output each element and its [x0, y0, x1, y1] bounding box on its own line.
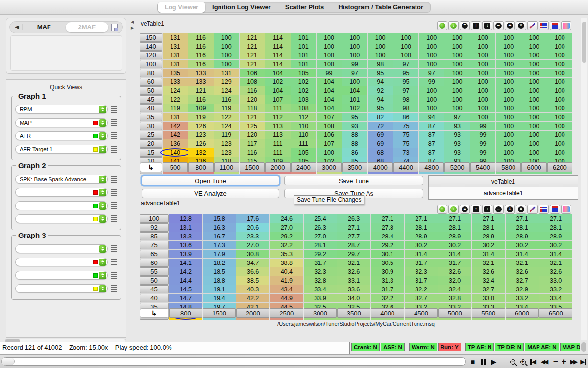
table-cell[interactable]: 16.7 [203, 232, 236, 240]
table-cell[interactable]: 93 [444, 139, 469, 148]
table-cell[interactable]: 100 [521, 131, 546, 139]
table-cell[interactable]: 32.8 [304, 276, 337, 285]
table-cell[interactable]: 111 [265, 139, 290, 148]
table-cell[interactable]: 100 [496, 86, 521, 95]
table-cell[interactable]: 100 [214, 42, 239, 51]
table-cell[interactable]: 116 [188, 95, 213, 104]
row-header[interactable]: 120 [140, 51, 162, 59]
table-cell[interactable]: 100 [521, 78, 546, 86]
table-cell[interactable]: 27.0 [304, 232, 337, 240]
table-cell[interactable]: 100 [419, 60, 444, 68]
table-cell[interactable]: 131 [163, 42, 188, 51]
back-arrow-icon[interactable]: ◀ [12, 24, 23, 30]
decrement-icon[interactable]: − [493, 205, 504, 214]
table-cell[interactable]: 94 [368, 95, 393, 104]
table-cell[interactable]: 100 [547, 122, 572, 130]
channel-combo[interactable]: AFR Target 1 [15, 145, 108, 154]
table-cell[interactable]: 99 [470, 148, 495, 157]
table-cell[interactable]: 30.1 [371, 250, 404, 258]
table-cell[interactable]: 19.4 [203, 294, 236, 302]
row-header[interactable]: 40 [140, 294, 169, 302]
table-cell[interactable]: 23.3 [236, 232, 270, 240]
table-cell[interactable]: 101 [291, 33, 316, 42]
table-cell[interactable]: 28.9 [405, 232, 438, 240]
table-cell[interactable]: 131 [214, 69, 239, 77]
table-cell[interactable]: 69 [368, 131, 393, 139]
table-cell[interactable]: 126 [188, 139, 213, 148]
table-cell[interactable]: 104 [342, 86, 367, 95]
table-selector-advancetable[interactable]: advanceTable1 [429, 187, 578, 199]
table-cell[interactable]: 28.9 [539, 232, 572, 240]
x-axis-cell[interactable]: 1500 [203, 308, 236, 318]
table-cell[interactable]: 20.6 [236, 223, 270, 232]
table-cell[interactable]: 32.2 [405, 285, 438, 293]
table-cell[interactable]: 124 [163, 86, 188, 95]
table-cell[interactable]: 100 [368, 33, 393, 42]
table-cell[interactable]: 75 [393, 122, 418, 130]
table-cell[interactable]: 99 [419, 78, 444, 86]
row-header[interactable]: 100 [140, 214, 169, 223]
table-cell[interactable]: 30.8 [236, 250, 270, 258]
channel-combo[interactable]: RPM [15, 105, 108, 114]
interpolate-columns-icon[interactable] [550, 21, 560, 30]
table-cell[interactable]: 86 [342, 148, 367, 157]
table-cell[interactable]: 140 [163, 148, 188, 157]
table-cell[interactable]: 100 [470, 42, 495, 51]
table-cell[interactable]: 100 [214, 33, 239, 42]
table-cell[interactable]: 14.5 [169, 285, 202, 293]
x-axis-cell[interactable]: 800 [188, 162, 213, 172]
x-axis-cell[interactable]: 2400 [291, 162, 316, 172]
table-cell[interactable]: 27.1 [371, 214, 404, 223]
table-cell[interactable]: 99 [342, 60, 367, 68]
table-cell[interactable]: 107 [317, 139, 342, 148]
interpolate-rows-icon[interactable] [539, 205, 549, 214]
table-cell[interactable]: 100 [214, 60, 239, 68]
table-cell[interactable]: 100 [496, 104, 521, 112]
row-header[interactable]: 60 [140, 78, 162, 86]
table-cell[interactable]: 28.9 [472, 232, 505, 240]
table-cell[interactable]: 27.1 [438, 214, 471, 223]
table-cell[interactable]: 100 [547, 33, 572, 42]
table-selector-vetable[interactable]: veTable1 [429, 176, 578, 187]
table-cell[interactable]: 100 [521, 139, 546, 148]
table-cell[interactable]: 92 [368, 86, 393, 95]
table-cell[interactable]: 99 [470, 139, 495, 148]
table-cell[interactable]: 13.1 [169, 223, 202, 232]
table-cell[interactable]: 99 [470, 131, 495, 139]
table-cell[interactable]: 73 [393, 148, 418, 157]
stepper-icon[interactable] [99, 106, 106, 113]
row-header[interactable]: 50 [140, 276, 169, 285]
table-cell[interactable]: 111 [265, 104, 290, 112]
menu-icon[interactable] [111, 202, 117, 209]
table-cell[interactable]: 97 [342, 69, 367, 77]
table-cell[interactable]: 68 [368, 148, 393, 157]
table-cell[interactable]: 104 [317, 86, 342, 95]
collapse-right-icon[interactable]: ▶ [131, 26, 134, 30]
table-cell[interactable]: 41.9 [270, 276, 303, 285]
table-cell[interactable]: 114 [265, 42, 290, 51]
table-cell[interactable]: 42.2 [236, 294, 270, 302]
table-cell[interactable]: 17.3 [203, 241, 236, 249]
tab-maf[interactable]: MAF [23, 24, 66, 31]
table-cell[interactable]: 32.1 [337, 259, 370, 267]
scrubber-thumb[interactable] [2, 358, 15, 365]
table-cell[interactable]: 123 [214, 139, 239, 148]
table-cell[interactable]: 93 [342, 122, 367, 130]
table-cell[interactable]: 100 [419, 95, 444, 104]
tab-scatter-plots[interactable]: Scatter Plots [278, 2, 331, 12]
table-cell[interactable]: 114 [265, 51, 290, 59]
table-cell[interactable]: 33.4 [539, 294, 572, 302]
table-cell[interactable]: 33.2 [506, 294, 539, 302]
table-cell[interactable]: 114 [265, 60, 290, 68]
table-cell[interactable]: 100 [470, 95, 495, 104]
increment-icon[interactable]: + [505, 205, 515, 214]
table-cell[interactable]: 88 [342, 131, 367, 139]
table-cell[interactable]: 100 [547, 78, 572, 86]
table-cell[interactable]: 100 [521, 104, 546, 112]
table-cell[interactable]: 28.1 [438, 223, 471, 232]
table-cell[interactable]: 32.7 [405, 294, 438, 302]
table-cell[interactable]: 32.8 [438, 294, 471, 302]
table-cell[interactable]: 101 [291, 42, 316, 51]
table-cell[interactable]: 104 [317, 104, 342, 112]
row-header[interactable]: 35 [140, 113, 162, 121]
